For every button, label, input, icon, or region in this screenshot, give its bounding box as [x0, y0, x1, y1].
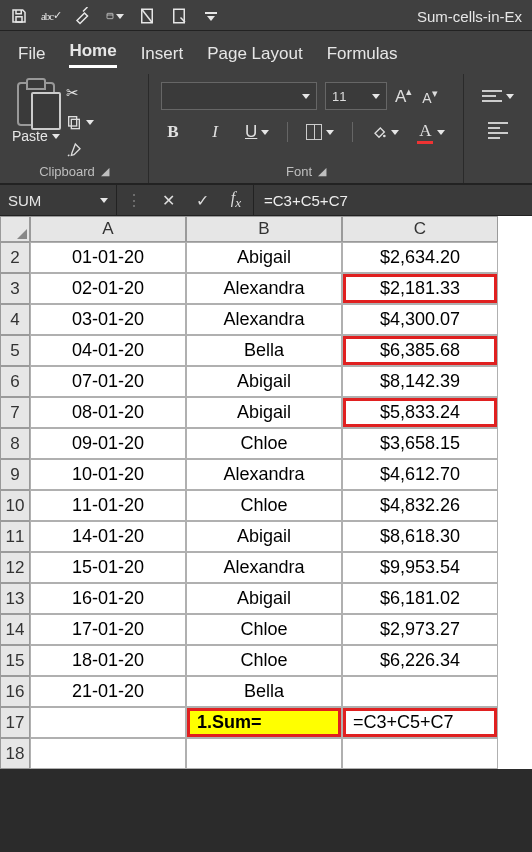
cell[interactable]: 21-01-20 [30, 676, 186, 707]
cell[interactable] [186, 738, 342, 769]
cell[interactable]: 01-01-20 [30, 242, 186, 273]
cell[interactable]: $2,634.20 [342, 242, 498, 273]
clear-format-icon[interactable] [74, 7, 92, 25]
cell[interactable]: $5,833.24 [342, 397, 498, 428]
cell-sum-label[interactable]: 1.Sum= [186, 707, 342, 738]
select-all-corner[interactable] [0, 216, 30, 242]
border-button[interactable] [306, 120, 334, 144]
more-icon[interactable]: ⋮ [117, 191, 151, 210]
paste-button[interactable]: Paste [12, 82, 60, 144]
formula-input[interactable]: =C3+C5+C7 [254, 185, 532, 215]
cell[interactable]: $6,385.68 [342, 335, 498, 366]
cell[interactable]: $6,226.34 [342, 645, 498, 676]
cell[interactable]: $9,953.54 [342, 552, 498, 583]
row-header[interactable]: 7 [0, 397, 30, 428]
row-header[interactable]: 3 [0, 273, 30, 304]
cancel-formula-button[interactable]: ✕ [151, 191, 185, 210]
cell[interactable] [30, 707, 186, 738]
row-header[interactable]: 8 [0, 428, 30, 459]
row-header[interactable]: 15 [0, 645, 30, 676]
cell[interactable]: 10-01-20 [30, 459, 186, 490]
underline-button[interactable]: U [245, 120, 269, 144]
cell[interactable]: $2,973.27 [342, 614, 498, 645]
fill-color-button[interactable] [371, 120, 399, 144]
cell[interactable]: Abigail [186, 366, 342, 397]
font-name-combo[interactable] [161, 82, 317, 110]
cell[interactable]: 17-01-20 [30, 614, 186, 645]
row-header[interactable]: 4 [0, 304, 30, 335]
cell[interactable]: Alexandra [186, 273, 342, 304]
cell[interactable]: Alexandra [186, 304, 342, 335]
cell[interactable] [342, 738, 498, 769]
cell[interactable]: 03-01-20 [30, 304, 186, 335]
save-icon[interactable] [10, 7, 28, 25]
cell[interactable]: 11-01-20 [30, 490, 186, 521]
cut-button[interactable]: ✂ [66, 84, 94, 102]
cell[interactable]: $4,832.26 [342, 490, 498, 521]
name-box[interactable]: SUM [0, 185, 117, 215]
tab-page-layout[interactable]: Page Layout [207, 44, 302, 68]
cell[interactable]: Chloe [186, 428, 342, 459]
cell[interactable]: Abigail [186, 242, 342, 273]
row-header[interactable]: 13 [0, 583, 30, 614]
tab-home[interactable]: Home [69, 41, 116, 68]
row-header[interactable]: 14 [0, 614, 30, 645]
grow-font-button[interactable]: A▴ [395, 85, 412, 107]
new-icon[interactable] [138, 7, 156, 25]
shrink-font-button[interactable]: A▾ [422, 87, 437, 106]
cell[interactable]: Abigail [186, 397, 342, 428]
row-header[interactable]: 18 [0, 738, 30, 769]
cell[interactable]: Chloe [186, 490, 342, 521]
open-icon[interactable] [106, 7, 124, 25]
accept-formula-button[interactable]: ✓ [185, 191, 219, 210]
cell[interactable]: Chloe [186, 645, 342, 676]
align-top-button[interactable] [476, 84, 520, 108]
font-size-combo[interactable]: 11 [325, 82, 387, 110]
row-header[interactable]: 9 [0, 459, 30, 490]
cell[interactable]: 18-01-20 [30, 645, 186, 676]
row-header[interactable]: 17 [0, 707, 30, 738]
cell[interactable]: 04-01-20 [30, 335, 186, 366]
column-header[interactable]: C [342, 216, 498, 242]
italic-button[interactable]: I [203, 120, 227, 144]
row-header[interactable]: 10 [0, 490, 30, 521]
cell[interactable]: 15-01-20 [30, 552, 186, 583]
row-header[interactable]: 11 [0, 521, 30, 552]
cell[interactable] [342, 676, 498, 707]
row-header[interactable]: 16 [0, 676, 30, 707]
row-header[interactable]: 6 [0, 366, 30, 397]
cell[interactable]: Chloe [186, 614, 342, 645]
cell[interactable]: $6,181.02 [342, 583, 498, 614]
tab-insert[interactable]: Insert [141, 44, 184, 68]
dropdown-icon[interactable] [52, 134, 60, 139]
cell[interactable]: Bella [186, 676, 342, 707]
column-header[interactable]: A [30, 216, 186, 242]
cell[interactable]: $4,300.07 [342, 304, 498, 335]
cell[interactable]: Alexandra [186, 552, 342, 583]
cell[interactable]: $3,658.15 [342, 428, 498, 459]
insert-function-button[interactable]: fx [219, 189, 253, 211]
cell[interactable]: $8,142.39 [342, 366, 498, 397]
column-header[interactable]: B [186, 216, 342, 242]
tab-file[interactable]: File [18, 44, 45, 68]
row-header[interactable]: 12 [0, 552, 30, 583]
row-header[interactable]: 5 [0, 335, 30, 366]
dialog-launcher-icon[interactable]: ◢ [318, 165, 326, 178]
qat-customize-icon[interactable] [202, 7, 220, 25]
cell[interactable]: Abigail [186, 583, 342, 614]
format-painter-button[interactable] [66, 142, 94, 158]
bold-button[interactable]: B [161, 120, 185, 144]
cell[interactable]: 14-01-20 [30, 521, 186, 552]
cell[interactable]: Abigail [186, 521, 342, 552]
cell[interactable]: Alexandra [186, 459, 342, 490]
tab-formulas[interactable]: Formulas [327, 44, 398, 68]
cell-sum-formula[interactable]: =C3+C5+C7 [342, 707, 498, 738]
spellcheck-icon[interactable]: abc✓ [42, 7, 60, 25]
cell[interactable]: $2,181.33 [342, 273, 498, 304]
cell[interactable]: $4,612.70 [342, 459, 498, 490]
cell[interactable]: 16-01-20 [30, 583, 186, 614]
row-header[interactable]: 2 [0, 242, 30, 273]
worksheet[interactable]: ABC201-01-20Abigail$2,634.20302-01-20Ale… [0, 216, 532, 769]
copy-button[interactable] [66, 114, 94, 130]
cell[interactable]: 09-01-20 [30, 428, 186, 459]
